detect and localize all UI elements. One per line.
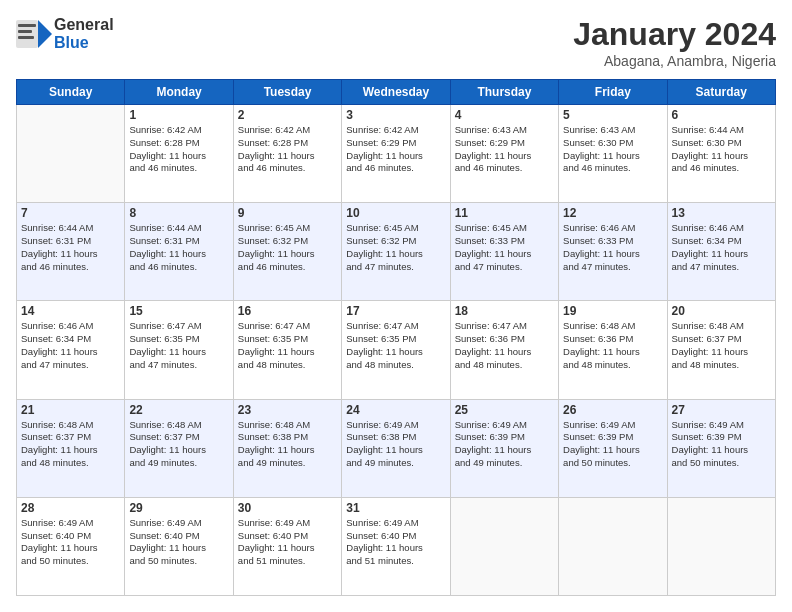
table-row: 5Sunrise: 6:43 AMSunset: 6:30 PMDaylight…: [559, 105, 667, 203]
day-number: 4: [455, 108, 554, 122]
table-row: 30Sunrise: 6:49 AMSunset: 6:40 PMDayligh…: [233, 497, 341, 595]
day-info: Sunrise: 6:45 AMSunset: 6:32 PMDaylight:…: [346, 222, 445, 273]
day-number: 3: [346, 108, 445, 122]
svg-rect-4: [18, 36, 34, 39]
day-info: Sunrise: 6:44 AMSunset: 6:30 PMDaylight:…: [672, 124, 771, 175]
day-info: Sunrise: 6:48 AMSunset: 6:37 PMDaylight:…: [21, 419, 120, 470]
day-number: 16: [238, 304, 337, 318]
day-number: 24: [346, 403, 445, 417]
day-info: Sunrise: 6:49 AMSunset: 6:38 PMDaylight:…: [346, 419, 445, 470]
logo-general: General: [54, 16, 114, 33]
table-row: [17, 105, 125, 203]
day-number: 17: [346, 304, 445, 318]
day-number: 7: [21, 206, 120, 220]
day-number: 28: [21, 501, 120, 515]
table-row: 28Sunrise: 6:49 AMSunset: 6:40 PMDayligh…: [17, 497, 125, 595]
day-info: Sunrise: 6:49 AMSunset: 6:39 PMDaylight:…: [455, 419, 554, 470]
day-info: Sunrise: 6:46 AMSunset: 6:34 PMDaylight:…: [21, 320, 120, 371]
day-info: Sunrise: 6:49 AMSunset: 6:39 PMDaylight:…: [563, 419, 662, 470]
logo: General Blue: [16, 16, 114, 52]
day-info: Sunrise: 6:42 AMSunset: 6:28 PMDaylight:…: [129, 124, 228, 175]
table-row: 18Sunrise: 6:47 AMSunset: 6:36 PMDayligh…: [450, 301, 558, 399]
calendar-week-row: 7Sunrise: 6:44 AMSunset: 6:31 PMDaylight…: [17, 203, 776, 301]
day-info: Sunrise: 6:42 AMSunset: 6:28 PMDaylight:…: [238, 124, 337, 175]
day-info: Sunrise: 6:44 AMSunset: 6:31 PMDaylight:…: [21, 222, 120, 273]
table-row: 14Sunrise: 6:46 AMSunset: 6:34 PMDayligh…: [17, 301, 125, 399]
table-row: 12Sunrise: 6:46 AMSunset: 6:33 PMDayligh…: [559, 203, 667, 301]
day-number: 14: [21, 304, 120, 318]
location: Abagana, Anambra, Nigeria: [573, 53, 776, 69]
day-number: 1: [129, 108, 228, 122]
day-number: 25: [455, 403, 554, 417]
day-info: Sunrise: 6:49 AMSunset: 6:39 PMDaylight:…: [672, 419, 771, 470]
table-row: 27Sunrise: 6:49 AMSunset: 6:39 PMDayligh…: [667, 399, 775, 497]
day-info: Sunrise: 6:46 AMSunset: 6:33 PMDaylight:…: [563, 222, 662, 273]
svg-rect-3: [18, 30, 32, 33]
table-row: 4Sunrise: 6:43 AMSunset: 6:29 PMDaylight…: [450, 105, 558, 203]
table-row: [559, 497, 667, 595]
month-title: January 2024: [573, 16, 776, 53]
table-row: 15Sunrise: 6:47 AMSunset: 6:35 PMDayligh…: [125, 301, 233, 399]
day-info: Sunrise: 6:43 AMSunset: 6:30 PMDaylight:…: [563, 124, 662, 175]
header: General Blue January 2024 Abagana, Anamb…: [16, 16, 776, 69]
svg-rect-2: [18, 24, 36, 27]
table-row: [450, 497, 558, 595]
day-number: 23: [238, 403, 337, 417]
table-row: [667, 497, 775, 595]
table-row: 9Sunrise: 6:45 AMSunset: 6:32 PMDaylight…: [233, 203, 341, 301]
table-row: 20Sunrise: 6:48 AMSunset: 6:37 PMDayligh…: [667, 301, 775, 399]
day-number: 12: [563, 206, 662, 220]
header-friday: Friday: [559, 80, 667, 105]
day-number: 9: [238, 206, 337, 220]
table-row: 19Sunrise: 6:48 AMSunset: 6:36 PMDayligh…: [559, 301, 667, 399]
header-saturday: Saturday: [667, 80, 775, 105]
table-row: 31Sunrise: 6:49 AMSunset: 6:40 PMDayligh…: [342, 497, 450, 595]
day-number: 8: [129, 206, 228, 220]
day-info: Sunrise: 6:48 AMSunset: 6:37 PMDaylight:…: [129, 419, 228, 470]
logo-blue: Blue: [54, 34, 89, 51]
day-info: Sunrise: 6:45 AMSunset: 6:32 PMDaylight:…: [238, 222, 337, 273]
table-row: 8Sunrise: 6:44 AMSunset: 6:31 PMDaylight…: [125, 203, 233, 301]
table-row: 22Sunrise: 6:48 AMSunset: 6:37 PMDayligh…: [125, 399, 233, 497]
day-number: 2: [238, 108, 337, 122]
day-info: Sunrise: 6:47 AMSunset: 6:35 PMDaylight:…: [346, 320, 445, 371]
page: General Blue January 2024 Abagana, Anamb…: [0, 0, 792, 612]
header-monday: Monday: [125, 80, 233, 105]
day-info: Sunrise: 6:49 AMSunset: 6:40 PMDaylight:…: [21, 517, 120, 568]
title-area: January 2024 Abagana, Anambra, Nigeria: [573, 16, 776, 69]
table-row: 23Sunrise: 6:48 AMSunset: 6:38 PMDayligh…: [233, 399, 341, 497]
table-row: 25Sunrise: 6:49 AMSunset: 6:39 PMDayligh…: [450, 399, 558, 497]
day-info: Sunrise: 6:48 AMSunset: 6:36 PMDaylight:…: [563, 320, 662, 371]
day-info: Sunrise: 6:47 AMSunset: 6:35 PMDaylight:…: [238, 320, 337, 371]
day-number: 18: [455, 304, 554, 318]
table-row: 13Sunrise: 6:46 AMSunset: 6:34 PMDayligh…: [667, 203, 775, 301]
day-info: Sunrise: 6:46 AMSunset: 6:34 PMDaylight:…: [672, 222, 771, 273]
calendar-table: Sunday Monday Tuesday Wednesday Thursday…: [16, 79, 776, 596]
day-number: 31: [346, 501, 445, 515]
day-number: 29: [129, 501, 228, 515]
day-number: 21: [21, 403, 120, 417]
calendar-week-row: 14Sunrise: 6:46 AMSunset: 6:34 PMDayligh…: [17, 301, 776, 399]
table-row: 17Sunrise: 6:47 AMSunset: 6:35 PMDayligh…: [342, 301, 450, 399]
day-number: 19: [563, 304, 662, 318]
table-row: 1Sunrise: 6:42 AMSunset: 6:28 PMDaylight…: [125, 105, 233, 203]
svg-marker-1: [38, 20, 52, 48]
day-info: Sunrise: 6:44 AMSunset: 6:31 PMDaylight:…: [129, 222, 228, 273]
day-number: 13: [672, 206, 771, 220]
calendar-header-row: Sunday Monday Tuesday Wednesday Thursday…: [17, 80, 776, 105]
header-thursday: Thursday: [450, 80, 558, 105]
table-row: 26Sunrise: 6:49 AMSunset: 6:39 PMDayligh…: [559, 399, 667, 497]
table-row: 21Sunrise: 6:48 AMSunset: 6:37 PMDayligh…: [17, 399, 125, 497]
day-number: 10: [346, 206, 445, 220]
day-info: Sunrise: 6:47 AMSunset: 6:35 PMDaylight:…: [129, 320, 228, 371]
calendar-week-row: 21Sunrise: 6:48 AMSunset: 6:37 PMDayligh…: [17, 399, 776, 497]
day-info: Sunrise: 6:49 AMSunset: 6:40 PMDaylight:…: [129, 517, 228, 568]
table-row: 2Sunrise: 6:42 AMSunset: 6:28 PMDaylight…: [233, 105, 341, 203]
table-row: 10Sunrise: 6:45 AMSunset: 6:32 PMDayligh…: [342, 203, 450, 301]
day-number: 26: [563, 403, 662, 417]
day-info: Sunrise: 6:47 AMSunset: 6:36 PMDaylight:…: [455, 320, 554, 371]
header-wednesday: Wednesday: [342, 80, 450, 105]
header-tuesday: Tuesday: [233, 80, 341, 105]
day-info: Sunrise: 6:48 AMSunset: 6:38 PMDaylight:…: [238, 419, 337, 470]
day-number: 27: [672, 403, 771, 417]
